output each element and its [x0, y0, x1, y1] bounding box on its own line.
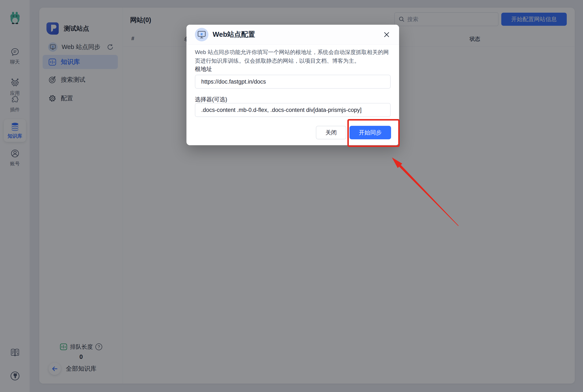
- modal-description: Web 站点同步功能允许你填写一个网站的根地址，系统会自动深度抓取相关的网页进行…: [195, 48, 391, 65]
- annotation-arrow: [388, 156, 461, 228]
- modal-title: Web站点配置: [213, 30, 255, 39]
- root-url-label: 根地址: [195, 65, 212, 73]
- selector-label: 选择器(可选): [195, 96, 227, 103]
- web-monitor-icon: e: [195, 28, 208, 41]
- close-icon[interactable]: [382, 30, 391, 39]
- close-button[interactable]: 关闭: [316, 126, 346, 139]
- root-url-input[interactable]: [195, 75, 391, 89]
- modal-header: e Web站点配置: [186, 25, 399, 44]
- annotation-highlight-rect: [347, 119, 400, 147]
- selector-input[interactable]: [195, 103, 391, 117]
- svg-text:e: e: [200, 32, 203, 36]
